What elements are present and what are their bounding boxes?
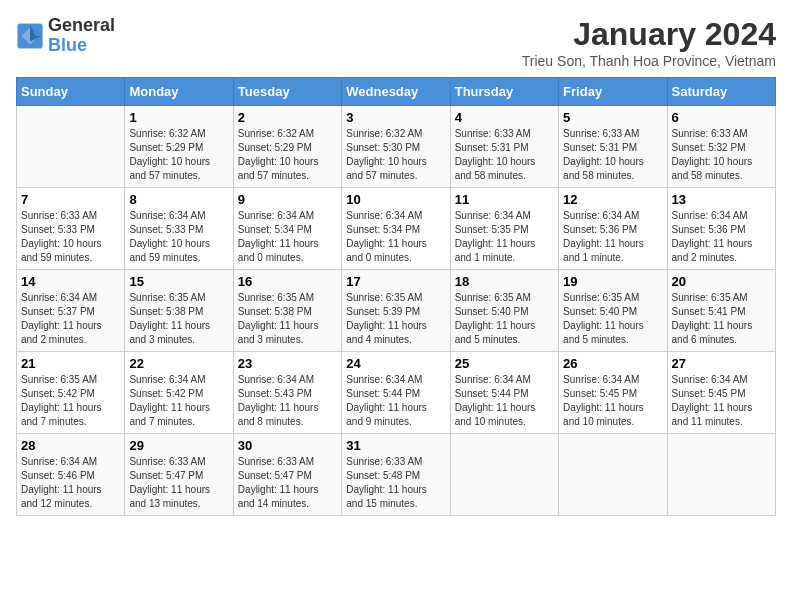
calendar-cell: 14Sunrise: 6:34 AMSunset: 5:37 PMDayligh… [17, 270, 125, 352]
cell-content: Sunrise: 6:33 AMSunset: 5:48 PMDaylight:… [346, 455, 445, 511]
logo-icon [16, 22, 44, 50]
calendar-cell: 15Sunrise: 6:35 AMSunset: 5:38 PMDayligh… [125, 270, 233, 352]
calendar-cell [450, 434, 558, 516]
logo-general-text: General [48, 15, 115, 35]
calendar-cell: 30Sunrise: 6:33 AMSunset: 5:47 PMDayligh… [233, 434, 341, 516]
cell-content: Sunrise: 6:34 AMSunset: 5:45 PMDaylight:… [563, 373, 662, 429]
cell-content: Sunrise: 6:32 AMSunset: 5:30 PMDaylight:… [346, 127, 445, 183]
day-number: 8 [129, 192, 228, 207]
cell-content: Sunrise: 6:35 AMSunset: 5:42 PMDaylight:… [21, 373, 120, 429]
calendar-cell: 26Sunrise: 6:34 AMSunset: 5:45 PMDayligh… [559, 352, 667, 434]
calendar-cell: 1Sunrise: 6:32 AMSunset: 5:29 PMDaylight… [125, 106, 233, 188]
day-number: 9 [238, 192, 337, 207]
cell-content: Sunrise: 6:32 AMSunset: 5:29 PMDaylight:… [238, 127, 337, 183]
cell-content: Sunrise: 6:34 AMSunset: 5:33 PMDaylight:… [129, 209, 228, 265]
day-number: 28 [21, 438, 120, 453]
calendar-cell: 21Sunrise: 6:35 AMSunset: 5:42 PMDayligh… [17, 352, 125, 434]
header-cell-tuesday: Tuesday [233, 78, 341, 106]
calendar-cell: 31Sunrise: 6:33 AMSunset: 5:48 PMDayligh… [342, 434, 450, 516]
header-cell-sunday: Sunday [17, 78, 125, 106]
calendar-cell: 6Sunrise: 6:33 AMSunset: 5:32 PMDaylight… [667, 106, 775, 188]
header-row: SundayMondayTuesdayWednesdayThursdayFrid… [17, 78, 776, 106]
cell-content: Sunrise: 6:34 AMSunset: 5:34 PMDaylight:… [238, 209, 337, 265]
cell-content: Sunrise: 6:35 AMSunset: 5:40 PMDaylight:… [563, 291, 662, 347]
day-number: 16 [238, 274, 337, 289]
location: Trieu Son, Thanh Hoa Province, Vietnam [522, 53, 776, 69]
calendar-cell: 2Sunrise: 6:32 AMSunset: 5:29 PMDaylight… [233, 106, 341, 188]
calendar-cell: 27Sunrise: 6:34 AMSunset: 5:45 PMDayligh… [667, 352, 775, 434]
cell-content: Sunrise: 6:34 AMSunset: 5:37 PMDaylight:… [21, 291, 120, 347]
cell-content: Sunrise: 6:34 AMSunset: 5:46 PMDaylight:… [21, 455, 120, 511]
cell-content: Sunrise: 6:33 AMSunset: 5:47 PMDaylight:… [129, 455, 228, 511]
calendar-cell: 9Sunrise: 6:34 AMSunset: 5:34 PMDaylight… [233, 188, 341, 270]
header-cell-thursday: Thursday [450, 78, 558, 106]
day-number: 19 [563, 274, 662, 289]
day-number: 6 [672, 110, 771, 125]
day-number: 12 [563, 192, 662, 207]
cell-content: Sunrise: 6:35 AMSunset: 5:39 PMDaylight:… [346, 291, 445, 347]
day-number: 17 [346, 274, 445, 289]
cell-content: Sunrise: 6:33 AMSunset: 5:32 PMDaylight:… [672, 127, 771, 183]
month-title: January 2024 [522, 16, 776, 53]
cell-content: Sunrise: 6:34 AMSunset: 5:36 PMDaylight:… [672, 209, 771, 265]
header-cell-wednesday: Wednesday [342, 78, 450, 106]
day-number: 13 [672, 192, 771, 207]
logo-blue-text: Blue [48, 35, 87, 55]
calendar-cell: 13Sunrise: 6:34 AMSunset: 5:36 PMDayligh… [667, 188, 775, 270]
cell-content: Sunrise: 6:34 AMSunset: 5:44 PMDaylight:… [455, 373, 554, 429]
calendar-cell: 10Sunrise: 6:34 AMSunset: 5:34 PMDayligh… [342, 188, 450, 270]
cell-content: Sunrise: 6:33 AMSunset: 5:31 PMDaylight:… [563, 127, 662, 183]
calendar-cell [17, 106, 125, 188]
week-row-5: 28Sunrise: 6:34 AMSunset: 5:46 PMDayligh… [17, 434, 776, 516]
calendar-cell: 5Sunrise: 6:33 AMSunset: 5:31 PMDaylight… [559, 106, 667, 188]
cell-content: Sunrise: 6:35 AMSunset: 5:38 PMDaylight:… [238, 291, 337, 347]
page-header: General Blue January 2024 Trieu Son, Tha… [16, 16, 776, 69]
day-number: 21 [21, 356, 120, 371]
title-block: January 2024 Trieu Son, Thanh Hoa Provin… [522, 16, 776, 69]
day-number: 2 [238, 110, 337, 125]
calendar-cell: 18Sunrise: 6:35 AMSunset: 5:40 PMDayligh… [450, 270, 558, 352]
week-row-4: 21Sunrise: 6:35 AMSunset: 5:42 PMDayligh… [17, 352, 776, 434]
calendar-cell: 11Sunrise: 6:34 AMSunset: 5:35 PMDayligh… [450, 188, 558, 270]
day-number: 4 [455, 110, 554, 125]
cell-content: Sunrise: 6:34 AMSunset: 5:45 PMDaylight:… [672, 373, 771, 429]
day-number: 29 [129, 438, 228, 453]
calendar-cell: 24Sunrise: 6:34 AMSunset: 5:44 PMDayligh… [342, 352, 450, 434]
calendar-cell: 4Sunrise: 6:33 AMSunset: 5:31 PMDaylight… [450, 106, 558, 188]
calendar-cell: 23Sunrise: 6:34 AMSunset: 5:43 PMDayligh… [233, 352, 341, 434]
day-number: 24 [346, 356, 445, 371]
cell-content: Sunrise: 6:35 AMSunset: 5:41 PMDaylight:… [672, 291, 771, 347]
header-cell-monday: Monday [125, 78, 233, 106]
week-row-1: 1Sunrise: 6:32 AMSunset: 5:29 PMDaylight… [17, 106, 776, 188]
calendar-cell: 7Sunrise: 6:33 AMSunset: 5:33 PMDaylight… [17, 188, 125, 270]
calendar-cell: 28Sunrise: 6:34 AMSunset: 5:46 PMDayligh… [17, 434, 125, 516]
day-number: 5 [563, 110, 662, 125]
header-cell-friday: Friday [559, 78, 667, 106]
day-number: 20 [672, 274, 771, 289]
day-number: 3 [346, 110, 445, 125]
calendar-cell [559, 434, 667, 516]
day-number: 30 [238, 438, 337, 453]
day-number: 27 [672, 356, 771, 371]
day-number: 18 [455, 274, 554, 289]
day-number: 31 [346, 438, 445, 453]
calendar-cell: 3Sunrise: 6:32 AMSunset: 5:30 PMDaylight… [342, 106, 450, 188]
calendar-body: 1Sunrise: 6:32 AMSunset: 5:29 PMDaylight… [17, 106, 776, 516]
cell-content: Sunrise: 6:35 AMSunset: 5:38 PMDaylight:… [129, 291, 228, 347]
day-number: 22 [129, 356, 228, 371]
cell-content: Sunrise: 6:34 AMSunset: 5:42 PMDaylight:… [129, 373, 228, 429]
calendar-cell: 22Sunrise: 6:34 AMSunset: 5:42 PMDayligh… [125, 352, 233, 434]
calendar-cell: 29Sunrise: 6:33 AMSunset: 5:47 PMDayligh… [125, 434, 233, 516]
cell-content: Sunrise: 6:34 AMSunset: 5:35 PMDaylight:… [455, 209, 554, 265]
cell-content: Sunrise: 6:33 AMSunset: 5:31 PMDaylight:… [455, 127, 554, 183]
calendar-header: SundayMondayTuesdayWednesdayThursdayFrid… [17, 78, 776, 106]
calendar-cell [667, 434, 775, 516]
week-row-2: 7Sunrise: 6:33 AMSunset: 5:33 PMDaylight… [17, 188, 776, 270]
calendar-cell: 20Sunrise: 6:35 AMSunset: 5:41 PMDayligh… [667, 270, 775, 352]
calendar-cell: 25Sunrise: 6:34 AMSunset: 5:44 PMDayligh… [450, 352, 558, 434]
cell-content: Sunrise: 6:32 AMSunset: 5:29 PMDaylight:… [129, 127, 228, 183]
day-number: 15 [129, 274, 228, 289]
cell-content: Sunrise: 6:34 AMSunset: 5:44 PMDaylight:… [346, 373, 445, 429]
day-number: 25 [455, 356, 554, 371]
cell-content: Sunrise: 6:33 AMSunset: 5:33 PMDaylight:… [21, 209, 120, 265]
